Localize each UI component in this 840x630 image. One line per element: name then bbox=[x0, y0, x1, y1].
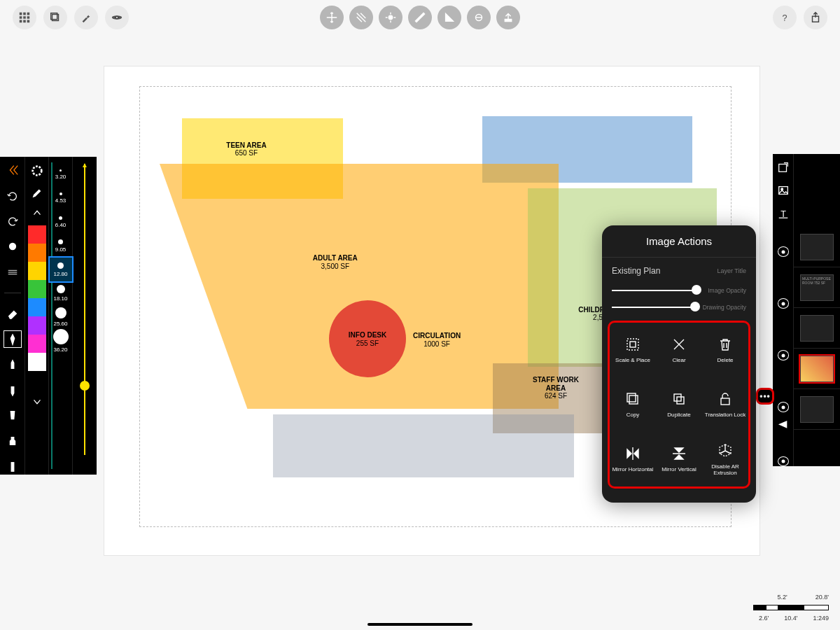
fill-dot-icon[interactable] bbox=[4, 239, 21, 254]
layer-title-field[interactable]: Existing PlanLayer Title bbox=[602, 258, 756, 284]
export-icon[interactable] bbox=[496, 6, 520, 29]
color-swatch[interactable] bbox=[28, 316, 46, 335]
zone-info-desk: INFO DESK255 SF bbox=[329, 300, 406, 377]
color-swatch[interactable] bbox=[28, 353, 46, 371]
image-opacity-slider[interactable]: Image Opacity bbox=[602, 284, 756, 301]
grid-icon[interactable] bbox=[13, 6, 36, 29]
eraser-icon[interactable] bbox=[4, 306, 21, 321]
image-actions-popover: Image Actions Existing PlanLayer Title I… bbox=[602, 225, 756, 503]
ortho-icon[interactable] bbox=[467, 6, 491, 29]
angle-icon[interactable] bbox=[438, 6, 461, 29]
visibility-icon[interactable] bbox=[778, 246, 789, 256]
brush-panel: 3.204.536.409.0512.8018.1025.6036.20 ▲ bbox=[0, 157, 97, 475]
pen-icon[interactable] bbox=[4, 331, 21, 346]
new-layer-icon[interactable] bbox=[775, 160, 792, 174]
color-swatch[interactable] bbox=[28, 225, 46, 244]
layers-panel: T MULTI-PURPOSE ROOM 752 SF bbox=[773, 154, 840, 466]
mirror-vertical-button[interactable]: Mirror Vertical bbox=[656, 432, 702, 486]
airbrush-icon[interactable] bbox=[4, 433, 21, 449]
move-tool-icon[interactable] bbox=[320, 6, 344, 29]
texture-icon[interactable] bbox=[349, 6, 373, 29]
brush-size-option[interactable]: 18.10 bbox=[50, 281, 72, 305]
brush-size-option[interactable]: 12.80 bbox=[50, 258, 72, 281]
visibility-icon[interactable] bbox=[778, 298, 789, 308]
layer-thumbnail[interactable] bbox=[794, 389, 840, 430]
svg-rect-19 bbox=[627, 393, 636, 402]
brush-size-option[interactable]: 3.20 bbox=[50, 162, 72, 186]
copy-icon[interactable] bbox=[43, 6, 67, 29]
popover-title: Image Actions bbox=[602, 225, 756, 258]
clear-button[interactable]: Clear bbox=[656, 323, 702, 377]
brush-size-option[interactable]: 6.40 bbox=[50, 210, 72, 234]
brush-size-option[interactable]: 25.60 bbox=[50, 305, 72, 329]
color-swatch[interactable] bbox=[28, 244, 46, 262]
layer-more-button[interactable]: ••• bbox=[756, 388, 774, 405]
ruler-icon[interactable] bbox=[408, 6, 432, 29]
delete-button[interactable]: Delete bbox=[702, 323, 748, 377]
light-icon[interactable] bbox=[379, 6, 402, 29]
chevron-down-icon[interactable] bbox=[29, 393, 46, 410]
brush-size-slider-track bbox=[84, 164, 85, 455]
svg-point-11 bbox=[32, 167, 41, 176]
visibility-icon[interactable] bbox=[778, 402, 789, 412]
disable-ar-extrusion-button[interactable]: Disable AR Extrusion bbox=[702, 432, 748, 486]
svg-rect-6 bbox=[505, 19, 512, 22]
wrench-icon[interactable] bbox=[74, 6, 98, 29]
svg-rect-21 bbox=[677, 397, 684, 404]
redo-icon[interactable] bbox=[4, 214, 21, 229]
zone-circulation: CIRCULATION1000 SF bbox=[413, 332, 461, 348]
active-layer-pointer-icon bbox=[778, 421, 789, 428]
color-swatch[interactable] bbox=[28, 298, 46, 316]
brush-icon[interactable] bbox=[4, 459, 21, 475]
translation-lock-button[interactable]: Translation Lock bbox=[702, 377, 748, 432]
brush-size-option[interactable]: 9.05 bbox=[50, 234, 72, 258]
svg-rect-22 bbox=[721, 398, 729, 405]
layer-thumbnail[interactable] bbox=[794, 308, 840, 349]
chevron-up-icon[interactable] bbox=[29, 204, 46, 221]
brush-size-slider[interactable] bbox=[80, 381, 90, 391]
pencil-icon[interactable] bbox=[4, 357, 21, 372]
svg-rect-12 bbox=[778, 164, 786, 172]
marker-icon[interactable] bbox=[4, 382, 21, 398]
highlighter-icon[interactable] bbox=[4, 408, 21, 424]
layer-thumbnail[interactable] bbox=[794, 349, 840, 389]
collapse-icon[interactable] bbox=[4, 162, 21, 178]
duplicate-button[interactable]: Duplicate bbox=[656, 377, 702, 432]
eyedropper-icon[interactable] bbox=[29, 183, 46, 200]
color-wheel-icon[interactable] bbox=[29, 162, 46, 179]
layer-thumbnail[interactable]: MULTI-PURPOSE ROOM 752 SF bbox=[794, 267, 840, 308]
brush-size-option[interactable]: 4.53 bbox=[50, 186, 72, 210]
svg-point-4 bbox=[388, 15, 392, 19]
color-swatch[interactable] bbox=[28, 280, 46, 298]
visibility-icon[interactable] bbox=[778, 456, 789, 466]
home-indicator bbox=[368, 623, 472, 626]
orbit-icon[interactable] bbox=[105, 6, 129, 29]
color-swatch[interactable] bbox=[28, 262, 46, 280]
svg-rect-18 bbox=[629, 396, 638, 404]
color-swatch[interactable] bbox=[28, 371, 46, 389]
copy-button[interactable]: Copy bbox=[610, 377, 656, 432]
svg-point-3 bbox=[115, 16, 118, 19]
visibility-icon[interactable] bbox=[778, 350, 789, 360]
top-toolbar: ? bbox=[0, 6, 840, 29]
help-icon[interactable]: ? bbox=[773, 6, 797, 29]
svg-rect-13 bbox=[778, 187, 788, 195]
layer-thumbnail[interactable] bbox=[794, 227, 840, 267]
scale-place-button[interactable]: Scale & Place bbox=[610, 323, 656, 377]
mirror-horizontal-button[interactable]: Mirror Horizontal bbox=[610, 432, 656, 486]
line-weight-icon[interactable] bbox=[4, 265, 21, 280]
share-icon[interactable] bbox=[804, 6, 827, 29]
svg-text:T: T bbox=[780, 209, 786, 219]
svg-rect-10 bbox=[11, 462, 14, 471]
svg-rect-16 bbox=[627, 339, 638, 350]
svg-rect-17 bbox=[630, 342, 636, 347]
svg-rect-20 bbox=[674, 394, 681, 401]
image-layer-icon[interactable] bbox=[775, 183, 792, 197]
brush-size-option[interactable]: 36.20 bbox=[50, 329, 72, 353]
svg-point-9 bbox=[9, 244, 15, 250]
zone-grey bbox=[273, 414, 574, 477]
undo-icon[interactable] bbox=[4, 188, 21, 203]
text-layer-icon[interactable]: T bbox=[775, 206, 792, 221]
color-swatch[interactable] bbox=[28, 335, 46, 353]
drawing-opacity-slider[interactable]: Drawing Opacity bbox=[602, 301, 756, 318]
